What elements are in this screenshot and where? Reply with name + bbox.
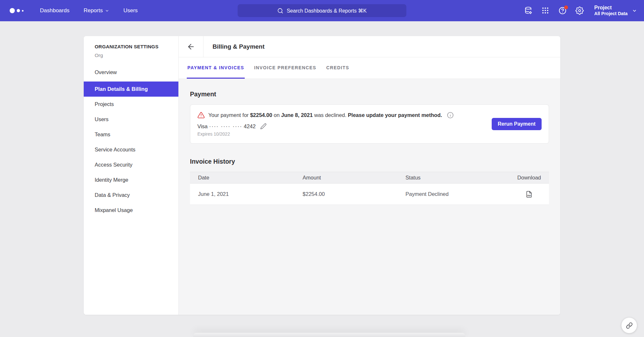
sidebar-menu: Overview Plan Details & Billing Projects… xyxy=(84,65,178,218)
rerun-payment-button[interactable]: Rerun Payment xyxy=(492,118,542,130)
nav-reports[interactable]: Reports xyxy=(84,7,109,14)
bottom-toast-peek xyxy=(193,333,465,337)
column-download: Download xyxy=(497,175,541,181)
logo-dot-medium xyxy=(17,9,20,12)
page-header: Billing & Payment xyxy=(179,36,560,57)
sidebar-item-service-accounts[interactable]: Service Accounts xyxy=(84,142,178,157)
column-date: Date xyxy=(198,175,303,181)
svg-text:PDF: PDF xyxy=(527,195,531,197)
settings-gear-icon[interactable] xyxy=(575,6,584,15)
sidebar-item-overview[interactable]: Overview xyxy=(84,65,178,80)
data-settings-icon[interactable] xyxy=(524,6,533,15)
alert-amount: $2254.00 xyxy=(250,112,272,118)
apps-grid-icon[interactable] xyxy=(541,6,550,15)
primary-nav: Dashboards Reports Users xyxy=(40,7,138,14)
card-last4: 4242 xyxy=(244,123,256,129)
edit-pencil-icon[interactable] xyxy=(260,123,267,130)
org-settings-panel: ORGANIZATION SETTINGS Org Overview Plan … xyxy=(84,36,560,315)
card-mask: ···· ···· ···· xyxy=(209,123,242,129)
settings-sidebar: ORGANIZATION SETTINGS Org Overview Plan … xyxy=(84,36,179,315)
sidebar-item-teams[interactable]: Teams xyxy=(84,127,178,142)
invoice-amount: $2254.00 xyxy=(303,191,406,197)
alert-date: June 8, 2021 xyxy=(281,112,313,118)
nav-dashboards[interactable]: Dashboards xyxy=(40,7,70,14)
top-navbar: Dashboards Reports Users Search Dashboar… xyxy=(0,0,644,21)
invoice-table: Date Amount Status Download June 1, 2021… xyxy=(190,172,549,205)
sidebar-divider xyxy=(84,81,178,81)
invoice-date: June 1, 2021 xyxy=(198,191,303,197)
payment-card: Your payment for $2254.00 on June 8, 202… xyxy=(190,104,549,144)
tab-invoice-preferences[interactable]: INVOICE PREFERENCES xyxy=(253,57,317,79)
mixpanel-logo[interactable] xyxy=(10,8,31,13)
chevron-down-icon xyxy=(105,9,109,13)
chevron-down-icon xyxy=(632,8,637,13)
column-status: Status xyxy=(405,175,496,181)
sidebar-item-data-privacy[interactable]: Data & Privacy xyxy=(84,188,178,203)
logo-dot-large xyxy=(10,8,15,13)
alert-text: Your payment for $2254.00 on June 8, 202… xyxy=(208,112,442,118)
tab-payment-invoices[interactable]: PAYMENT & INVOICES xyxy=(187,57,245,79)
download-pdf-icon[interactable]: PDF xyxy=(526,191,533,198)
sidebar-item-projects[interactable]: Projects xyxy=(84,97,178,112)
search-icon xyxy=(277,8,283,14)
sidebar-header: ORGANIZATION SETTINGS Org xyxy=(84,36,178,62)
project-value: All Project Data xyxy=(594,11,628,17)
nav-dashboards-label: Dashboards xyxy=(40,7,70,14)
column-amount: Amount xyxy=(303,175,406,181)
nav-users-label: Users xyxy=(123,7,137,14)
global-search-input[interactable]: Search Dashboards & Reports ⌘K xyxy=(238,4,406,17)
warning-triangle-icon xyxy=(197,111,205,119)
sidebar-item-plan-details-billing[interactable]: Plan Details & Billing xyxy=(84,82,178,97)
card-expiry: Expires 10/2022 xyxy=(197,131,542,137)
logo-dot-small xyxy=(22,10,24,12)
sidebar-item-access-security[interactable]: Access Security xyxy=(84,157,178,172)
page-title: Billing & Payment xyxy=(204,36,265,57)
nav-reports-label: Reports xyxy=(84,7,103,14)
invoice-history-heading: Invoice History xyxy=(190,158,549,165)
project-label: Project xyxy=(594,5,628,11)
help-notification-badge xyxy=(564,5,568,9)
settings-main: Billing & Payment PAYMENT & INVOICES INV… xyxy=(179,36,560,315)
invoice-status: Payment Declined xyxy=(405,191,496,197)
sidebar-item-mixpanel-usage[interactable]: Mixpanel Usage xyxy=(84,203,178,218)
alert-action: Please update your payment method. xyxy=(348,112,442,118)
card-brand: Visa xyxy=(197,123,208,129)
sidebar-item-users[interactable]: Users xyxy=(84,112,178,127)
copy-link-fab[interactable] xyxy=(621,318,637,333)
tab-credits[interactable]: CREDITS xyxy=(326,57,350,79)
info-icon[interactable] xyxy=(447,112,454,119)
invoice-table-header: Date Amount Status Download xyxy=(190,172,549,184)
billing-tabs: PAYMENT & INVOICES INVOICE PREFERENCES C… xyxy=(179,57,560,79)
nav-users[interactable]: Users xyxy=(123,7,137,14)
billing-content: Payment Your payment for $2254.00 on Jun… xyxy=(179,79,560,315)
card-on-file: Visa ···· ···· ···· 4242 xyxy=(197,123,542,130)
navbar-right: Project All Project Data xyxy=(524,5,644,17)
org-name: Org xyxy=(95,53,167,58)
sidebar-section-label: ORGANIZATION SETTINGS xyxy=(95,44,167,49)
sidebar-item-identity-merge[interactable]: Identity Merge xyxy=(84,172,178,188)
invoice-row: June 1, 2021 $2254.00 Payment Declined P… xyxy=(190,184,549,205)
link-icon xyxy=(626,322,633,329)
search-placeholder: Search Dashboards & Reports ⌘K xyxy=(287,8,366,14)
project-switcher[interactable]: Project All Project Data xyxy=(594,5,637,17)
card-summary: Visa ···· ···· ···· 4242 xyxy=(197,123,256,130)
payment-heading: Payment xyxy=(190,91,549,98)
help-icon[interactable] xyxy=(558,6,567,15)
back-button[interactable] xyxy=(179,36,204,57)
payment-declined-alert: Your payment for $2254.00 on June 8, 202… xyxy=(197,111,542,119)
arrow-left-icon xyxy=(187,43,195,51)
